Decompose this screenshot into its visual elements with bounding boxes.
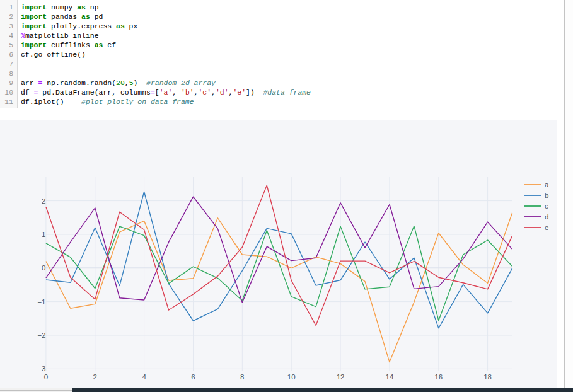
- svg-text:2: 2: [93, 373, 97, 381]
- svg-text:d: d: [545, 213, 548, 221]
- svg-text:0: 0: [44, 373, 48, 381]
- svg-text:0: 0: [42, 264, 45, 272]
- svg-text:8: 8: [240, 373, 244, 381]
- svg-text:−3: −3: [37, 365, 45, 372]
- svg-text:1: 1: [42, 231, 45, 238]
- svg-text:2: 2: [42, 197, 45, 205]
- svg-text:16: 16: [434, 373, 443, 381]
- svg-text:18: 18: [483, 373, 492, 381]
- svg-text:−2: −2: [37, 331, 45, 339]
- svg-text:e: e: [545, 224, 548, 231]
- svg-text:b: b: [545, 192, 548, 199]
- svg-text:4: 4: [142, 373, 146, 381]
- svg-text:14: 14: [386, 373, 394, 381]
- svg-text:c: c: [545, 202, 548, 210]
- svg-text:a: a: [545, 181, 549, 188]
- svg-text:6: 6: [191, 373, 195, 381]
- svg-text:−1: −1: [37, 298, 45, 306]
- svg-text:12: 12: [337, 373, 345, 381]
- svg-text:10: 10: [287, 373, 296, 381]
